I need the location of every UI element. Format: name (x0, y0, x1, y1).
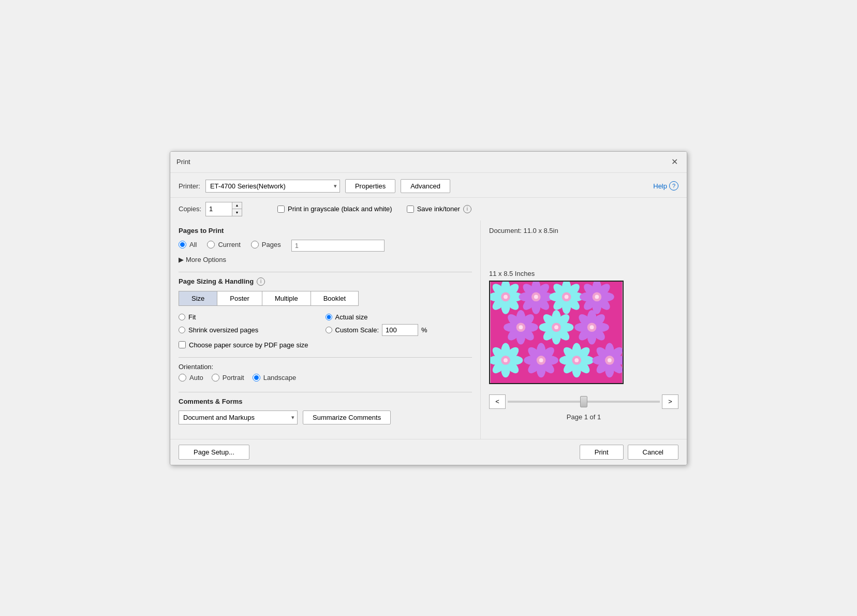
auto-orient-radio[interactable] (179, 374, 186, 382)
current-radio[interactable] (207, 241, 215, 248)
page-sizing-info-icon[interactable]: i (257, 277, 265, 286)
custom-scale-option: Custom Scale: % (326, 324, 472, 336)
shrink-label[interactable]: Shrink oversized pages (188, 326, 258, 334)
auto-orient-label[interactable]: Auto (189, 374, 203, 382)
advanced-button[interactable]: Advanced (401, 179, 450, 193)
custom-scale-unit: % (421, 326, 427, 334)
main-layout: Pages to Print All Current Pages (170, 221, 687, 439)
copies-decrement[interactable]: ▼ (232, 209, 242, 216)
page-info: Page 1 of 1 (489, 413, 678, 421)
svg-point-80 (504, 358, 508, 362)
pages-radio-row: All Current Pages (179, 240, 472, 252)
current-radio-label[interactable]: Current (218, 241, 240, 248)
shrink-option: Shrink oversized pages (179, 324, 326, 336)
tab-multiple[interactable]: Multiple (262, 291, 311, 306)
all-radio-label[interactable]: All (189, 241, 197, 248)
pages-to-print-section: Pages to Print All Current Pages (179, 227, 472, 263)
copies-spinner: ▲ ▼ (232, 202, 242, 216)
page-slider-thumb[interactable] (580, 396, 587, 407)
fit-option: Fit (179, 313, 326, 321)
copies-increment[interactable]: ▲ (232, 202, 242, 209)
comments-forms-section: Comments & Forms Document and Markups Do… (179, 398, 472, 424)
comments-forms-title: Comments & Forms (179, 398, 472, 405)
actual-size-label[interactable]: Actual size (335, 313, 368, 321)
help-link[interactable]: Help ? (653, 181, 678, 190)
pages-to-print-title: Pages to Print (179, 227, 472, 234)
properties-button[interactable]: Properties (345, 179, 395, 193)
preview-image (489, 281, 624, 384)
choose-paper-label[interactable]: Choose paper source by PDF page size (189, 341, 308, 349)
pages-input[interactable] (291, 240, 385, 252)
fit-radio[interactable] (179, 314, 185, 320)
more-options-label: More Options (186, 256, 226, 263)
svg-point-90 (539, 358, 543, 362)
tab-poster[interactable]: Poster (217, 291, 262, 306)
grayscale-label[interactable]: Print in grayscale (black and white) (288, 205, 392, 213)
svg-point-50 (519, 325, 523, 329)
all-radio-wrapper: All (179, 241, 197, 248)
portrait-radio[interactable] (212, 374, 219, 382)
copies-input[interactable] (206, 203, 232, 214)
bottom-bar: Page Setup... Print Cancel (170, 439, 687, 465)
copies-label: Copies: (179, 205, 201, 213)
grayscale-checkbox[interactable] (277, 206, 285, 213)
current-radio-wrapper: Current (207, 241, 240, 248)
pages-radio-wrapper: Pages (251, 241, 281, 248)
left-panel: Pages to Print All Current Pages (170, 221, 481, 439)
landscape-radio[interactable] (253, 374, 260, 382)
fit-label[interactable]: Fit (188, 313, 196, 321)
page-slider-track (508, 401, 660, 403)
landscape-label[interactable]: Landscape (263, 374, 297, 382)
tab-size[interactable]: Size (179, 291, 217, 306)
page-setup-button[interactable]: Page Setup... (179, 445, 249, 460)
saveink-wrapper: Save ink/toner i (407, 205, 471, 213)
titlebar: Print ✕ (170, 152, 687, 173)
choose-paper-checkbox[interactable] (179, 341, 186, 348)
next-page-button[interactable]: > (662, 394, 678, 409)
orientation-options: Auto Portrait Landscape (179, 374, 472, 384)
shrink-radio[interactable] (179, 327, 185, 333)
comments-select[interactable]: Document and Markups Document Form Field… (179, 410, 298, 424)
actual-size-radio[interactable] (326, 314, 332, 320)
custom-scale-input[interactable] (382, 324, 418, 336)
summarize-comments-button[interactable]: Summarize Comments (303, 410, 391, 424)
saveink-label[interactable]: Save ink/toner (417, 205, 460, 213)
cancel-button[interactable]: Cancel (628, 445, 678, 460)
all-radio[interactable] (179, 241, 186, 248)
svg-point-100 (574, 358, 579, 362)
prev-page-button[interactable]: < (489, 394, 506, 409)
page-sizing-header: Page Sizing & Handling i (179, 277, 472, 286)
custom-scale-radio[interactable] (326, 327, 332, 333)
orientation-label: Orientation: (179, 363, 213, 371)
print-dialog: Print ✕ Printer: ET-4700 Series(Network)… (170, 151, 687, 465)
grayscale-wrapper: Print in grayscale (black and white) (277, 205, 392, 213)
pages-radio[interactable] (251, 241, 259, 248)
divider-3 (179, 392, 472, 392)
comments-row: Document and Markups Document Form Field… (179, 410, 472, 424)
page-nav-row: < > (489, 394, 678, 409)
dialog-content: Printer: ET-4700 Series(Network) Propert… (170, 173, 687, 465)
portrait-label[interactable]: Portrait (223, 374, 244, 382)
landscape-orient-wrapper: Landscape (253, 374, 297, 382)
page-sizing-tabs: Size Poster Multiple Booklet (179, 291, 472, 306)
svg-point-60 (554, 325, 558, 329)
close-button[interactable]: ✕ (668, 156, 681, 168)
more-options[interactable]: ▶ More Options (179, 256, 472, 263)
choose-paper-row: Choose paper source by PDF page size (179, 341, 472, 349)
sizing-options: Fit Actual size Shrink oversized pages (179, 313, 472, 336)
top-bar: Printer: ET-4700 Series(Network) Propert… (170, 173, 687, 198)
svg-point-10 (504, 295, 508, 299)
print-button[interactable]: Print (580, 445, 624, 460)
auto-orient-wrapper: Auto (179, 374, 203, 382)
bottom-right-buttons: Print Cancel (580, 445, 678, 460)
custom-scale-label[interactable]: Custom Scale: (335, 326, 379, 334)
divider-1 (179, 272, 472, 272)
saveink-info-icon[interactable]: i (463, 205, 471, 213)
help-icon: ? (669, 181, 678, 190)
saveink-checkbox[interactable] (407, 206, 414, 213)
pages-radio-label[interactable]: Pages (262, 241, 281, 248)
tab-booklet[interactable]: Booklet (311, 291, 359, 306)
printer-select[interactable]: ET-4700 Series(Network) (205, 180, 340, 193)
comments-select-wrapper: Document and Markups Document Form Field… (179, 410, 298, 424)
page-sizing-section: Page Sizing & Handling i Size Poster Mul… (179, 277, 472, 349)
